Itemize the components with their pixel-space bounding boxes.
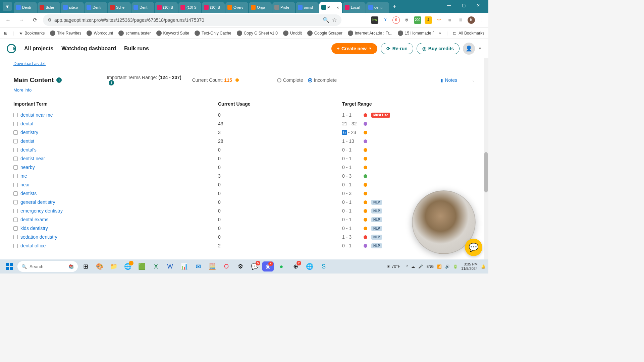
scrollbar-thumb[interactable]	[484, 152, 488, 192]
term-text[interactable]: emergency dentistry	[20, 208, 63, 214]
tray-chevron-icon[interactable]: ^	[406, 264, 408, 268]
browser-tab[interactable]: site:o	[61, 2, 84, 13]
clock[interactable]: 3:35 PM 11/5/2024	[461, 262, 478, 271]
ext-shield-icon[interactable]: ⛨	[403, 16, 411, 24]
radio-complete[interactable]: Complete	[277, 77, 303, 83]
term-checkbox[interactable]	[13, 130, 18, 135]
term-text[interactable]: dentist near me	[20, 112, 53, 118]
ext-wave-icon[interactable]: 〰	[435, 16, 443, 24]
info-icon[interactable]: i	[56, 77, 62, 83]
browser-tab[interactable]: Dent	[131, 2, 154, 13]
term-checkbox[interactable]	[13, 157, 18, 161]
term-checkbox[interactable]	[13, 139, 18, 143]
tab-search-dropdown[interactable]: ▾	[3, 2, 12, 11]
tab-close-icon[interactable]: ×	[335, 5, 340, 10]
profile-chip[interactable]: K	[468, 16, 475, 24]
mail-icon[interactable]: ✉	[192, 261, 205, 272]
term-checkbox[interactable]	[13, 174, 18, 178]
term-checkbox[interactable]	[13, 235, 18, 239]
term-checkbox[interactable]	[13, 209, 18, 213]
browser-tab[interactable]: P×	[319, 2, 342, 13]
app-green-icon[interactable]: 🟩	[136, 261, 148, 272]
chat-fab-button[interactable]: 💬	[465, 239, 482, 256]
browser-tab[interactable]: Denti	[14, 2, 37, 13]
term-checkbox[interactable]	[13, 122, 18, 126]
term-checkbox[interactable]	[13, 244, 18, 248]
site-settings-icon[interactable]: ⚙	[48, 17, 52, 22]
term-text[interactable]: me	[20, 173, 27, 179]
bookmarks-overflow-icon[interactable]: »	[439, 31, 441, 36]
mic-icon[interactable]: 🎤	[418, 264, 423, 269]
bookmark-item[interactable]: Copy G Sheet v1.0	[237, 31, 278, 36]
browser-tab[interactable]: ormsl	[296, 2, 319, 13]
term-text[interactable]: dentist	[20, 138, 34, 144]
bookmark-item[interactable]: Unddit	[283, 31, 302, 36]
more-info-link[interactable]: More info	[13, 87, 32, 93]
info-icon[interactable]: i	[109, 80, 114, 85]
maximize-button[interactable]: ▢	[456, 0, 471, 11]
term-checkbox[interactable]	[13, 226, 18, 231]
bookmark-item[interactable]: Internet Arcade : Fr...	[348, 31, 392, 36]
new-tab-button[interactable]: +	[390, 2, 399, 11]
wifi-icon[interactable]: 📶	[437, 264, 442, 269]
zoom-icon[interactable]: 🔍	[323, 17, 329, 23]
term-text[interactable]: dentists	[20, 191, 37, 196]
nav-watchdog[interactable]: Watchdog dashboard	[61, 46, 116, 52]
term-text[interactable]: dentist near	[20, 156, 45, 161]
bookmark-item[interactable]: schema tester	[118, 31, 151, 36]
language-icon[interactable]: ENG	[426, 265, 434, 268]
start-button[interactable]	[3, 261, 16, 272]
discord-icon[interactable]: ◉•	[262, 261, 274, 272]
rerun-button[interactable]: ⟳ Re-run	[381, 43, 413, 54]
browser-tab[interactable]: Local	[343, 2, 366, 13]
browser-tab[interactable]: Denti	[85, 2, 107, 13]
term-checkbox[interactable]	[13, 191, 18, 196]
bookmark-item[interactable]: Title Rewrites	[50, 31, 81, 36]
term-checkbox[interactable]	[13, 200, 18, 204]
nav-all-projects[interactable]: All projects	[24, 46, 53, 52]
ext-green-icon[interactable]: 200	[414, 16, 421, 24]
notifications-icon[interactable]: 🔔	[481, 264, 486, 269]
apps-icon[interactable]: ⊞	[4, 31, 7, 36]
task-view-icon[interactable]: ⊞	[79, 261, 92, 272]
app-chart-icon[interactable]: 📊	[178, 261, 191, 272]
excel-icon[interactable]: X	[150, 261, 162, 272]
reload-button[interactable]: ⟳	[30, 15, 40, 25]
ext-bw-icon[interactable]: bw	[371, 16, 378, 24]
term-checkbox[interactable]	[13, 183, 18, 187]
ext-y-icon[interactable]: Y	[382, 16, 389, 24]
radio-incomplete[interactable]: Incomplete	[308, 77, 337, 83]
notes-button[interactable]: ▮ Notes	[440, 77, 457, 83]
messenger-icon[interactable]: 💬5	[248, 261, 261, 272]
bookmark-item[interactable]: ★Bookmarks	[19, 31, 45, 36]
browser-tab[interactable]: (10) S	[202, 2, 225, 13]
copilot-icon[interactable]: 🎨	[93, 261, 106, 272]
browser-tab[interactable]: Orga	[249, 2, 272, 13]
bookmark-star-icon[interactable]: ☆	[332, 17, 337, 23]
user-menu-chevron-icon[interactable]: ▼	[478, 47, 482, 50]
browser-tab[interactable]: Overv	[225, 2, 248, 13]
settings-icon[interactable]: ⚙	[234, 261, 247, 272]
volume-icon[interactable]: 🔊	[445, 264, 450, 269]
term-text[interactable]: sedation dentistry	[20, 234, 57, 240]
app-logo[interactable]	[7, 44, 16, 53]
term-checkbox[interactable]	[13, 218, 18, 222]
download-txt-link[interactable]: Download as .txt	[13, 61, 46, 66]
term-text[interactable]: dental exams	[20, 217, 48, 222]
all-bookmarks-button[interactable]: 🗀 All Bookmarks	[453, 31, 484, 36]
chrome-icon[interactable]: 🌐	[121, 261, 134, 272]
term-text[interactable]: kids dentistry	[20, 226, 48, 231]
word-icon[interactable]: W	[164, 261, 176, 272]
bookmark-item[interactable]: Google Scraper	[307, 31, 342, 36]
bookmark-item[interactable]: 15 Homemade Fast...	[398, 31, 434, 36]
browser-tab[interactable]: Sche	[38, 2, 60, 13]
term-checkbox[interactable]	[13, 148, 18, 152]
browser-tab[interactable]: denti	[366, 2, 389, 13]
term-checkbox[interactable]	[13, 165, 18, 170]
back-button[interactable]: ←	[3, 15, 13, 25]
term-text[interactable]: dentistry	[20, 130, 38, 135]
browser-tab[interactable]: Sche	[108, 2, 131, 13]
taskbar-search[interactable]: 🔍 Search 📚	[17, 261, 78, 272]
term-text[interactable]: dental office	[20, 243, 46, 248]
create-new-button[interactable]: + Create new ▼	[331, 43, 377, 54]
